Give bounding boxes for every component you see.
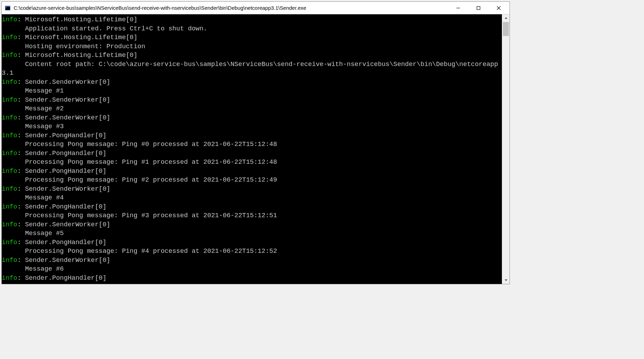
log-body: Processing Pong message: Ping #3 process… [2,211,502,220]
log-line-header: info: Sender.PongHandler[0] [2,238,502,247]
log-line-header: info: Sender.SenderWorker[0] [2,256,502,265]
log-body: Message #5 [2,229,502,238]
log-level: info [2,221,17,228]
titlebar[interactable]: C:\code\azure-service-bus\samples\NServi… [2,2,510,14]
log-level: info [2,257,17,264]
log-line-header: info: Sender.SenderWorker[0] [2,78,502,87]
window-controls [448,2,509,14]
log-source: : Sender.PongHandler[0] [17,168,106,175]
svg-rect-1 [5,6,10,7]
log-body: Message #2 [2,104,502,113]
log-source: : Sender.PongHandler[0] [17,203,106,211]
log-level: info [2,132,17,139]
vertical-scrollbar[interactable] [502,14,510,284]
log-level: info [2,274,17,282]
log-level: info [2,52,17,59]
log-level: info [2,150,17,157]
log-body: Processing Pong message: Ping #4 process… [2,247,502,256]
log-source: : Sender.SenderWorker[0] [17,96,110,104]
log-level: info [2,79,17,86]
svg-rect-4 [477,6,480,9]
log-line-header: info: Sender.PongHandler[0] [2,167,502,176]
log-source: : Sender.SenderWorker[0] [17,257,110,264]
scroll-thumb[interactable] [503,22,509,36]
log-level: info [2,239,17,246]
log-level: info [2,34,17,41]
log-line-header: info: Sender.SenderWorker[0] [2,185,502,194]
log-line-header: info: Sender.SenderWorker[0] [2,96,502,105]
close-button[interactable] [489,2,509,14]
log-body: Processing Pong message: Ping #1 process… [2,158,502,167]
log-source: : Microsoft.Hosting.Lifetime[0] [17,16,137,23]
log-source: : Sender.SenderWorker[0] [17,185,110,193]
log-body: Message #4 [2,193,502,203]
console-area: info: Microsoft.Hosting.Lifetime[0] Appl… [2,14,510,284]
log-source: : Sender.PongHandler[0] [17,132,106,139]
log-body: Processing Pong message: Ping #0 process… [2,140,502,149]
svg-rect-2 [6,7,7,8]
log-source: : Sender.SenderWorker[0] [17,114,110,122]
log-source: : Sender.PongHandler[0] [17,274,106,282]
log-level: info [2,185,17,193]
log-body: Hosting environment: Production [2,42,502,51]
log-source: : Microsoft.Hosting.Lifetime[0] [17,52,137,59]
log-body: Message #6 [2,265,502,274]
log-level: info [2,114,17,122]
log-level: info [2,96,17,104]
log-source: : Sender.SenderWorker[0] [17,221,110,228]
log-source: : Sender.PongHandler[0] [17,150,106,157]
log-line-header: info: Microsoft.Hosting.Lifetime[0] [2,51,502,60]
log-line-header: info: Sender.SenderWorker[0] [2,113,502,123]
console-window: C:\code\azure-service-bus\samples\NServi… [1,1,510,284]
log-line-header: info: Sender.PongHandler[0] [2,149,502,158]
log-line-header: info: Microsoft.Hosting.Lifetime[0] [2,15,502,24]
log-body: Processing Pong message: Ping #2 process… [2,176,502,185]
log-body: Content root path: C:\code\azure-service… [2,60,502,78]
log-level: info [2,16,17,23]
app-icon [5,5,11,11]
maximize-button[interactable] [468,2,489,14]
log-body: Message #1 [2,87,502,96]
log-line-header: info: Sender.PongHandler[0] [2,131,502,140]
log-source: : Sender.SenderWorker[0] [17,79,110,86]
log-source: : Microsoft.Hosting.Lifetime[0] [17,34,137,41]
console-output[interactable]: info: Microsoft.Hosting.Lifetime[0] Appl… [2,14,502,284]
log-line-header: info: Sender.PongHandler[0] [2,203,502,212]
log-line-header: info: Sender.SenderWorker[0] [2,220,502,229]
scroll-up-arrow[interactable] [502,14,510,22]
log-body: Application started. Press Ctrl+C to shu… [2,24,502,34]
window-title: C:\code\azure-service-bus\samples\NServi… [14,5,448,11]
scroll-down-arrow[interactable] [502,276,510,284]
minimize-button[interactable] [448,2,468,14]
log-line-header: info: Sender.PongHandler[0] [2,274,502,283]
log-source: : Sender.PongHandler[0] [17,239,106,246]
scroll-track[interactable] [502,22,510,276]
log-body: Message #3 [2,122,502,131]
log-level: info [2,168,17,175]
log-level: info [2,203,17,211]
log-line-header: info: Microsoft.Hosting.Lifetime[0] [2,33,502,42]
